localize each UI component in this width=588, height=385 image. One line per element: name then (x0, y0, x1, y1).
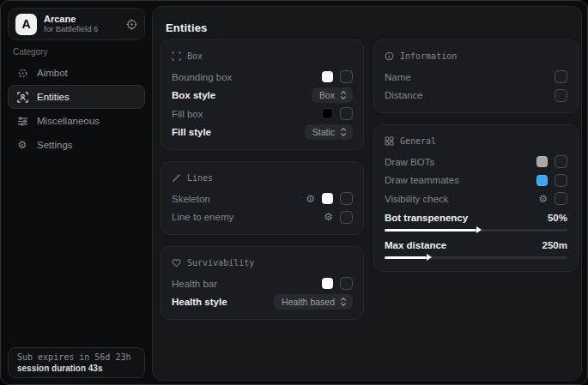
sidebar-item-aimbot[interactable]: Aimbot (8, 61, 145, 85)
brand-logo: A (15, 14, 37, 35)
color-swatch[interactable] (536, 156, 548, 167)
card-survivability-header: Survivability (172, 256, 353, 269)
row-distance: Distance (385, 87, 567, 105)
line-to-enemy-settings-gear-icon[interactable]: ⚙ (324, 212, 333, 222)
grid-icon (385, 136, 394, 146)
color-swatch[interactable] (322, 108, 333, 119)
brand-name: Arcane (44, 14, 119, 25)
box-corners-icon (172, 51, 181, 61)
color-swatch[interactable] (322, 71, 333, 82)
sidebar-item-miscellaneous[interactable]: Miscellaneous (8, 109, 145, 133)
card-title: Lines (187, 173, 213, 183)
row-label: Bounding box (172, 72, 322, 82)
color-swatch[interactable] (536, 175, 548, 186)
visibility-settings-gear-icon[interactable]: ⚙ (538, 194, 548, 204)
slider-label: Bot transpenency (385, 213, 548, 223)
info-icon (385, 51, 394, 61)
slider-value: 250m (543, 240, 567, 250)
unfold-icon (340, 91, 347, 99)
card-lines-header: Lines (172, 171, 353, 184)
row-bounding-box: Bounding box (172, 68, 353, 87)
unfold-icon (340, 128, 347, 136)
target-icon[interactable] (126, 19, 137, 30)
page-title: Entities (166, 21, 208, 34)
max-distance-slider[interactable] (385, 256, 567, 259)
health-bar-checkbox[interactable] (340, 277, 353, 290)
draw-teammates-checkbox[interactable] (555, 174, 567, 187)
row-health-bar: Health bar (172, 274, 353, 293)
sidebar-nav: Aimbot Entities (8, 61, 145, 157)
slider-fill (385, 256, 427, 259)
max-distance-slider-group: Max distance 250m (385, 238, 567, 259)
row-label: Line to enemy (172, 212, 324, 222)
color-swatch[interactable] (322, 278, 333, 289)
row-line-to-enemy: Line to enemy ⚙ (172, 208, 353, 227)
brand-card: A Arcane for Battlefield 6 (8, 8, 145, 40)
card-box: Box Bounding box Box style Box (161, 39, 364, 150)
card-title: Box (187, 51, 203, 61)
row-label: Skeleton (172, 194, 306, 204)
row-label: Health bar (172, 279, 322, 289)
health-style-select[interactable]: Health based (274, 294, 353, 310)
app-window: A Arcane for Battlefield 6 Category (0, 0, 588, 385)
row-label: Draw BOTs (385, 157, 536, 167)
row-draw-teammates: Draw teammates (385, 171, 567, 190)
card-title: General (400, 136, 436, 146)
left-column: Box Bounding box Box style Box (161, 39, 364, 320)
draw-bots-checkbox[interactable] (555, 155, 567, 168)
fill-style-select[interactable]: Static (305, 124, 353, 140)
row-label: Name (385, 72, 555, 82)
row-visibility-check: Visibility check ⚙ (385, 189, 567, 208)
card-title: Survivability (187, 258, 254, 268)
sub-expires-text: Sub expires in 56d 23h (17, 352, 136, 362)
right-column: Information Name Distance (373, 39, 579, 272)
row-fill-style: Fill style Static (172, 123, 353, 142)
card-information: Information Name Distance (373, 39, 579, 113)
sidebar: A Arcane for Battlefield 6 Category (1, 1, 152, 384)
entities-icon (16, 92, 28, 103)
card-general-header: General (385, 134, 567, 147)
select-value: Box (319, 90, 335, 100)
line-to-enemy-checkbox[interactable] (340, 211, 353, 224)
sidebar-item-label: Entities (37, 92, 70, 102)
row-draw-bots: Draw BOTs (385, 153, 567, 171)
heart-icon (172, 258, 181, 268)
bot-transparency-slider[interactable] (385, 229, 567, 232)
row-name: Name (385, 68, 567, 87)
slider-fill (385, 229, 476, 232)
main-panel: Entities Box Bounding box (152, 6, 582, 381)
row-label: Visibility check (385, 194, 538, 204)
card-box-header: Box (172, 49, 353, 63)
bounding-box-checkbox[interactable] (340, 70, 353, 83)
subscription-status-box: Sub expires in 56d 23h session duration … (8, 347, 145, 378)
row-health-style: Health style Health based (172, 293, 353, 312)
card-lines: Lines Skeleton ⚙ Line to enemy ⚙ (161, 161, 364, 235)
card-general: General Draw BOTs Draw teammates (373, 124, 579, 272)
slider-value: 50% (548, 213, 567, 223)
box-style-select[interactable]: Box (312, 87, 353, 103)
sidebar-item-settings[interactable]: ⚙ Settings (8, 133, 145, 157)
color-swatch[interactable] (322, 193, 333, 204)
brand-subtitle: for Battlefield 6 (44, 25, 119, 34)
gear-icon: ⚙ (16, 140, 28, 150)
crosshair-icon (16, 68, 28, 79)
card-survivability: Survivability Health bar Health style He… (161, 246, 364, 320)
sliders-icon (16, 116, 28, 127)
row-fill-box: Fill box (172, 105, 353, 123)
row-label: Distance (385, 90, 555, 100)
visibility-check-checkbox[interactable] (555, 192, 567, 205)
slider-label: Max distance (385, 240, 543, 250)
row-label: Health style (172, 297, 274, 307)
unfold-icon (340, 298, 347, 306)
row-label: Fill box (172, 109, 322, 119)
row-label: Draw teammates (385, 175, 536, 185)
skeleton-checkbox[interactable] (340, 192, 353, 205)
distance-checkbox[interactable] (555, 89, 567, 102)
sidebar-item-entities[interactable]: Entities (8, 85, 145, 109)
pencil-line-icon (172, 173, 181, 183)
name-checkbox[interactable] (555, 70, 567, 83)
sidebar-item-label: Settings (37, 140, 73, 150)
row-box-style: Box style Box (172, 87, 353, 105)
skeleton-settings-gear-icon[interactable]: ⚙ (306, 194, 315, 204)
fill-box-checkbox[interactable] (340, 107, 353, 120)
